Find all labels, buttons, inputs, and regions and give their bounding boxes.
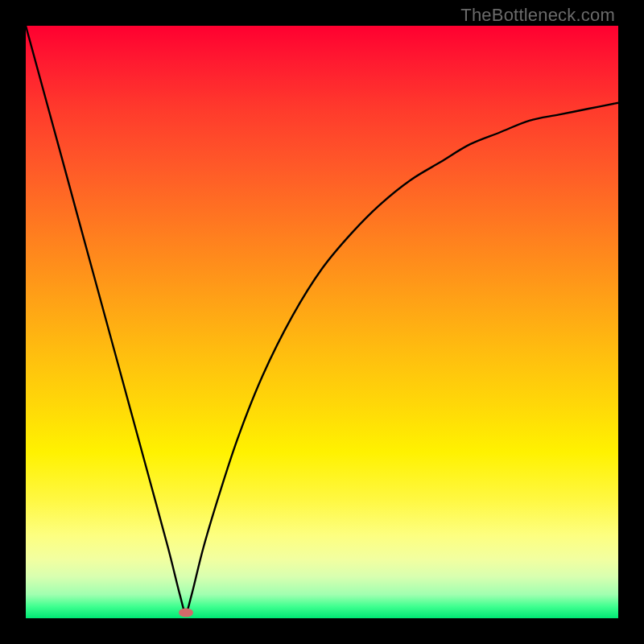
bottleneck-curve-path [26,26,618,613]
watermark-text: TheBottleneck.com [460,5,615,26]
plot-area [26,26,618,618]
curve-svg [26,26,618,618]
chart-frame: TheBottleneck.com [0,0,644,644]
minimum-marker [179,608,193,617]
